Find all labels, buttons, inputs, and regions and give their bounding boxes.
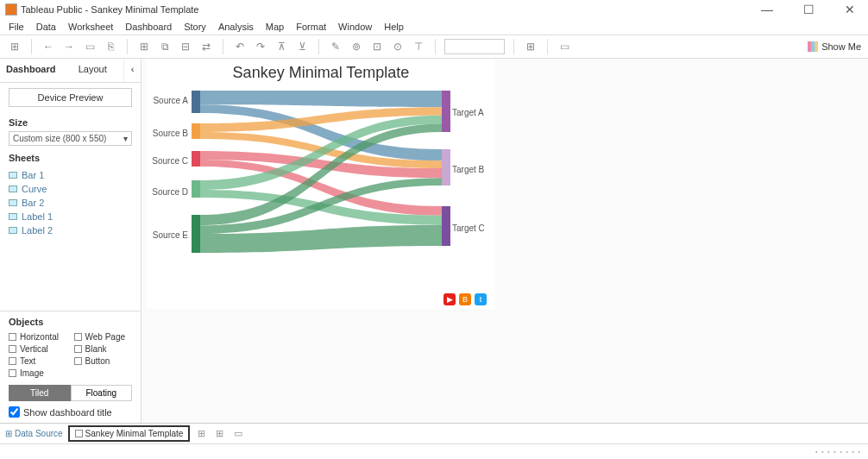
presentation-icon[interactable]: ▭ [557,39,572,54]
source-label: Source C [152,156,188,166]
sheet-icon [9,227,17,234]
duplicate-icon[interactable]: ⧉ [157,39,173,54]
show-title-checkbox[interactable] [9,406,20,418]
titlebar: Tableau Public - Sankey Minimal Template… [0,0,868,19]
maximize-button[interactable]: ☐ [796,1,821,18]
chevron-down-icon: ▾ [123,134,128,143]
target-label: Target C [452,223,490,233]
tiled-button[interactable]: Tiled [9,385,71,401]
sort-desc-icon[interactable]: ⊻ [294,39,310,54]
tableau-logo-icon[interactable]: ⊞ [7,39,22,54]
format-select[interactable] [444,39,505,54]
svg-rect-2 [192,151,200,167]
sidebar: Dashboard Layout ‹ Device Preview Size C… [0,59,142,423]
fit-icon[interactable]: ⊞ [523,39,538,54]
show-me-button[interactable]: Show Me [808,41,861,52]
sheets-header: Sheets [9,153,132,163]
new-data-icon[interactable]: ⎘ [103,39,118,54]
source-label: Source D [152,187,188,197]
target-label: Target B [452,165,490,174]
svg-rect-3 [192,180,200,198]
object-image[interactable]: Image [9,368,67,378]
bottombar: ⊞Data Source Sankey Minimal Template ⊞ ⊞… [0,423,868,443]
svg-rect-6 [442,149,450,185]
object-text[interactable]: Text [9,356,67,366]
label-icon[interactable]: ⊡ [369,39,385,54]
window-title: Tableau Public - Sankey Minimal Template [21,4,754,15]
sheet-item[interactable]: Label 2 [9,223,132,237]
new-sheet-icon[interactable]: ⊞ [136,39,152,54]
menu-window[interactable]: Window [333,21,377,33]
menu-analysis[interactable]: Analysis [213,21,259,33]
new-worksheet-icon[interactable]: ⊞ [195,428,208,439]
target-label: Target A [452,108,490,117]
svg-rect-1 [192,123,200,139]
canvas[interactable]: Sankey Minimal Template Source A Source … [142,59,868,423]
sheet-icon [9,172,17,179]
source-label: Source E [152,230,188,240]
object-horizontal[interactable]: Horizontal [9,332,67,342]
menu-format[interactable]: Format [291,21,331,33]
object-button[interactable]: Button [74,356,133,366]
pin-icon[interactable]: ⊙ [390,39,406,54]
menu-data[interactable]: Data [31,21,61,33]
source-label: Source A [152,96,188,105]
size-select[interactable]: Custom size (800 x 550) ▾ [9,131,132,146]
blogger-icon[interactable]: B [459,293,471,305]
dashboard[interactable]: Sankey Minimal Template Source A Source … [147,59,495,309]
forward-icon[interactable]: → [61,39,77,54]
new-story-icon[interactable]: ▭ [231,428,245,439]
highlight-icon[interactable]: ✎ [328,39,343,54]
social-icons: ▶ B t [443,293,487,305]
sheet-item[interactable]: Label 1 [9,210,132,223]
sankey-chart: Source A Source B Source C Source D Sour… [147,85,495,284]
device-preview-button[interactable]: Device Preview [9,88,132,107]
sheet-item[interactable]: Bar 1 [9,168,132,182]
source-label: Source B [152,129,188,138]
object-vertical[interactable]: Vertical [9,344,67,354]
app-icon [5,3,17,16]
redo-icon[interactable]: ↷ [253,39,268,54]
undo-icon[interactable]: ↶ [232,39,248,54]
dashboard-icon [75,430,83,437]
youtube-icon[interactable]: ▶ [443,293,456,305]
active-sheet-tab[interactable]: Sankey Minimal Template [68,425,191,442]
status-indicator: • • • • • • • • [815,448,861,456]
sheet-item[interactable]: Bar 2 [9,196,132,210]
toolbar: ⊞ ← → ▭ ⎘ ⊞ ⧉ ⊟ ⇄ ↶ ↷ ⊼ ⊻ ✎ ⊚ ⊡ ⊙ ⊤ ⊞ ▭ … [0,35,868,59]
close-button[interactable]: ✕ [837,1,863,18]
menu-story[interactable]: Story [179,21,211,33]
sheet-icon [9,199,17,206]
menu-worksheet[interactable]: Worksheet [63,21,118,33]
sort-asc-icon[interactable]: ⊼ [274,39,289,54]
objects-header: Objects [9,317,132,327]
tab-dashboard[interactable]: Dashboard [0,59,62,82]
minimize-button[interactable]: — [754,1,780,18]
svg-rect-5 [442,91,450,132]
object-blank[interactable]: Blank [74,344,133,354]
save-icon[interactable]: ▭ [82,39,97,54]
data-source-tab[interactable]: ⊞Data Source [5,429,63,438]
floating-button[interactable]: Floating [71,385,133,401]
show-title-label: Show dashboard title [23,407,112,418]
clear-icon[interactable]: ⊟ [178,39,193,54]
tab-collapse-icon[interactable]: ‹ [123,59,141,82]
back-icon[interactable]: ← [41,39,56,54]
sheet-icon [9,213,17,220]
text-icon[interactable]: ⊤ [411,39,426,54]
new-dashboard-icon[interactable]: ⊞ [213,428,226,439]
sheet-icon [9,185,17,192]
swap-icon[interactable]: ⇄ [198,39,214,54]
twitter-icon[interactable]: t [475,293,487,305]
menu-file[interactable]: File [3,21,29,33]
menu-map[interactable]: Map [261,21,289,33]
show-me-icon [808,41,818,52]
svg-rect-0 [192,91,200,113]
group-icon[interactable]: ⊚ [349,39,364,54]
size-header: Size [9,117,132,128]
tab-layout[interactable]: Layout [62,59,124,82]
sheet-item[interactable]: Curve [9,182,132,196]
menu-help[interactable]: Help [379,21,409,33]
menu-dashboard[interactable]: Dashboard [120,21,177,33]
object-webpage[interactable]: Web Page [74,332,133,342]
